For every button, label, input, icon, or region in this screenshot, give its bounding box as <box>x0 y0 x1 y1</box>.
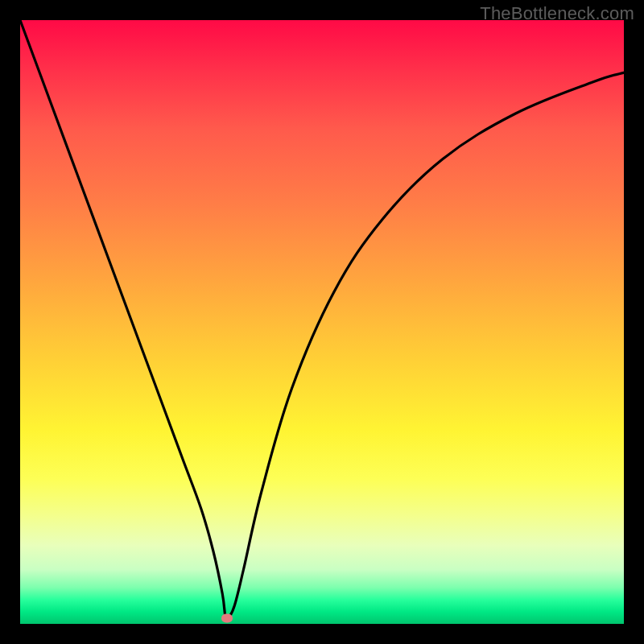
vertex-marker <box>221 613 233 622</box>
curve-layer <box>20 20 624 624</box>
plot-area <box>20 20 624 624</box>
bottleneck-curve <box>20 20 624 620</box>
chart-frame: TheBottleneck.com <box>0 0 644 644</box>
